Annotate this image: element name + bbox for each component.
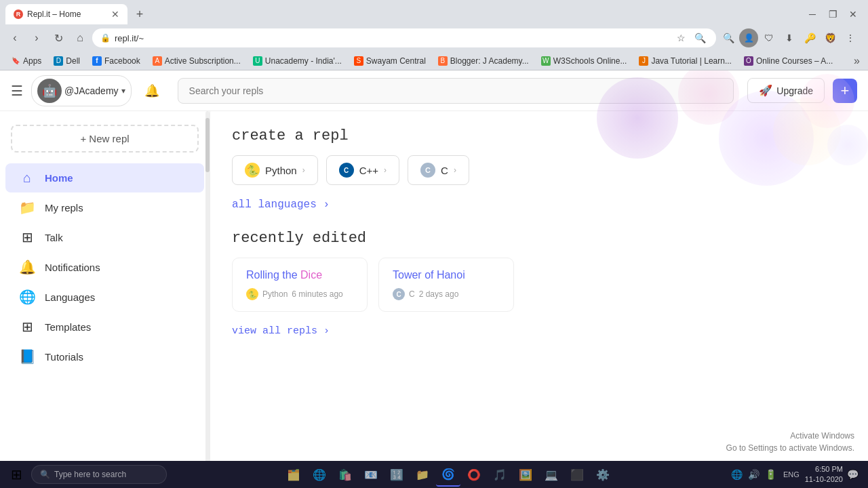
bookmark-unacademy-label: Unacademy - India'... xyxy=(265,56,342,66)
bookmark-courses-label: Online Courses – A... xyxy=(756,56,833,66)
user-dropdown[interactable]: 🤖 @JAcademy ▾ xyxy=(31,75,132,106)
taskbar-app-store[interactable]: 🛍️ xyxy=(333,462,357,487)
taskbar-app-calculator[interactable]: 🔢 xyxy=(384,462,409,487)
new-tab-button[interactable]: + xyxy=(130,5,149,24)
search-input[interactable] xyxy=(178,78,734,104)
swayam-favicon: S xyxy=(354,56,363,66)
close-window-button[interactable]: ✕ xyxy=(844,7,863,21)
bookmark-apps[interactable]: 🔖 Apps xyxy=(5,55,47,67)
bookmark-facebook[interactable]: f Facebook xyxy=(87,55,146,67)
hamburger-menu-button[interactable]: ☰ xyxy=(11,83,23,99)
password-button[interactable]: 🔑 xyxy=(800,28,819,47)
notifications-taskbar-icon[interactable]: 💬 xyxy=(846,468,860,481)
system-time: 6:50 PM xyxy=(805,464,843,474)
taskbar-app-mail[interactable]: 📧 xyxy=(359,462,383,487)
lens-button[interactable]: 🔍 xyxy=(692,30,708,46)
taskbar-app-replit[interactable]: ⭕ xyxy=(462,462,486,487)
upgrade-label: Upgrade xyxy=(776,85,813,96)
minimize-button[interactable]: ─ xyxy=(803,7,822,21)
volume-icon[interactable]: 🔊 xyxy=(747,468,761,481)
create-repl-plus-button[interactable]: + xyxy=(833,79,857,103)
active-tab[interactable]: R Repl.it – Home ✕ xyxy=(5,4,127,24)
unacademy-favicon: U xyxy=(253,56,262,66)
brave-icon[interactable]: 🦁 xyxy=(821,28,840,47)
repl-card-tower-hanoi[interactable]: Tower of Hanoi C C 2 days ago xyxy=(378,258,514,312)
bookmark-swayam-label: Swayam Central xyxy=(366,56,426,66)
taskbar-app-files[interactable]: 🗂️ xyxy=(281,462,306,487)
sidebar: + New repl ⌂ Home 📁 My repls ⊞ Talk 🔔 No… xyxy=(0,111,210,488)
address-bar[interactable]: 🔒 repl.it/~ ☆ 🔍 xyxy=(92,28,716,47)
bookmark-java-tutorial[interactable]: J Java Tutorial | Learn... xyxy=(633,55,737,67)
forward-button[interactable]: › xyxy=(27,28,46,47)
java-favicon: J xyxy=(639,56,648,66)
view-all-repls-link[interactable]: view all repls › xyxy=(232,325,846,337)
cpp-chevron-icon: › xyxy=(384,165,387,175)
create-repl-title: create a repl xyxy=(232,127,846,144)
bookmark-active-sub[interactable]: A Active Subscription... xyxy=(147,55,246,67)
sidebar-item-talk-label: Talk xyxy=(45,232,63,243)
bookmark-active-sub-label: Active Subscription... xyxy=(165,56,241,66)
user-profile-button[interactable]: 👤 xyxy=(739,28,758,47)
back-button[interactable]: ‹ xyxy=(5,28,24,47)
sidebar-item-talk[interactable]: ⊞ Talk xyxy=(5,222,204,252)
sidebar-item-templates[interactable]: ⊞ Templates xyxy=(5,312,204,342)
taskbar-app-code[interactable]: 💻 xyxy=(539,462,564,487)
taskbar-app-folder[interactable]: 📁 xyxy=(410,462,435,487)
network-icon[interactable]: 🌐 xyxy=(730,468,744,481)
chevron-down-icon: ▾ xyxy=(121,86,125,96)
taskbar-app-photos[interactable]: 🖼️ xyxy=(513,462,538,487)
all-languages-label: all languages › xyxy=(232,199,330,211)
sidebar-item-tutorials[interactable]: 📘 Tutorials xyxy=(5,342,204,371)
bookmark-swayam[interactable]: S Swayam Central xyxy=(349,55,431,67)
taskbar-app-music[interactable]: 🎵 xyxy=(488,462,512,487)
sidebar-item-home[interactable]: ⌂ Home xyxy=(5,163,204,192)
download-button[interactable]: ⬇ xyxy=(780,28,799,47)
taskbar-app-chrome[interactable]: 🌀 xyxy=(436,462,460,487)
globe-icon: 🌐 xyxy=(19,289,35,305)
taskbar-search-placeholder: Type here to search xyxy=(54,470,126,479)
taskbar-app-settings[interactable]: ⚙️ xyxy=(591,462,615,487)
sidebar-item-my-repls[interactable]: 📁 My repls xyxy=(5,192,204,222)
taskbar-app-terminal[interactable]: ⬛ xyxy=(565,462,589,487)
sidebar-scrollbar[interactable] xyxy=(205,111,210,488)
sidebar-scrollbar-thumb[interactable] xyxy=(205,118,210,172)
battery-icon[interactable]: 🔋 xyxy=(764,468,778,481)
bookmark-w3schools[interactable]: W W3Schools Online... xyxy=(536,55,633,67)
tab-close-button[interactable]: ✕ xyxy=(111,9,119,20)
bookmark-dell[interactable]: D Dell xyxy=(48,55,85,67)
extensions-button[interactable]: 🔍 xyxy=(719,28,738,47)
sidebar-item-languages[interactable]: 🌐 Languages xyxy=(5,282,204,312)
more-options-button[interactable]: ⋮ xyxy=(841,28,860,47)
new-repl-button[interactable]: + New repl xyxy=(11,125,199,152)
notifications-bell-button[interactable]: 🔔 xyxy=(140,79,164,103)
avatar: 🤖 xyxy=(37,79,62,103)
bookmark-java-label: Java Tutorial | Learn... xyxy=(651,56,732,66)
cpp-language-button[interactable]: C C++ › xyxy=(326,155,399,185)
taskbar-app-edge[interactable]: 🌐 xyxy=(307,462,332,487)
c-language-button[interactable]: C C › xyxy=(408,155,469,185)
tower-hanoi-lang-icon: C xyxy=(393,288,405,300)
upgrade-button[interactable]: 🚀 Upgrade xyxy=(747,78,825,103)
all-languages-link[interactable]: all languages › xyxy=(232,199,846,211)
tower-hanoi-time: 2 days ago xyxy=(419,289,459,299)
c-label: C xyxy=(441,165,448,176)
sidebar-item-notifications[interactable]: 🔔 Notifications xyxy=(5,252,204,282)
taskbar-system-tray: 🌐 🔊 🔋 ENG 6:50 PM 11-10-2020 💬 xyxy=(730,464,865,485)
bookmark-blogger[interactable]: B Blogger: J Academy... xyxy=(433,55,534,67)
shield-icon[interactable]: 🛡 xyxy=(760,28,778,47)
bookmark-online-courses[interactable]: O Online Courses – A... xyxy=(738,55,838,67)
taskbar-search[interactable]: 🔍 Type here to search xyxy=(31,465,167,484)
rolling-dice-title: Rolling the Dice xyxy=(246,269,353,281)
repl-card-rolling-dice[interactable]: Rolling the Dice 🐍 Python 6 minutes ago xyxy=(232,258,368,312)
start-button[interactable]: ⊞ xyxy=(3,464,30,485)
reload-button[interactable]: ↻ xyxy=(49,28,68,47)
bookmark-star-button[interactable]: ☆ xyxy=(673,30,689,46)
bookmark-unacademy[interactable]: U Unacademy - India'... xyxy=(248,55,347,67)
language-buttons-row: 🐍 Python › C C++ › C C › xyxy=(232,155,846,185)
bookmarks-more-button[interactable]: » xyxy=(851,55,863,67)
python-language-button[interactable]: 🐍 Python › xyxy=(232,155,318,185)
sidebar-item-tutorials-label: Tutorials xyxy=(45,351,83,363)
home-nav-button[interactable]: ⌂ xyxy=(71,28,90,47)
maximize-button[interactable]: ❐ xyxy=(823,7,842,21)
address-text: repl.it/~ xyxy=(115,33,669,43)
